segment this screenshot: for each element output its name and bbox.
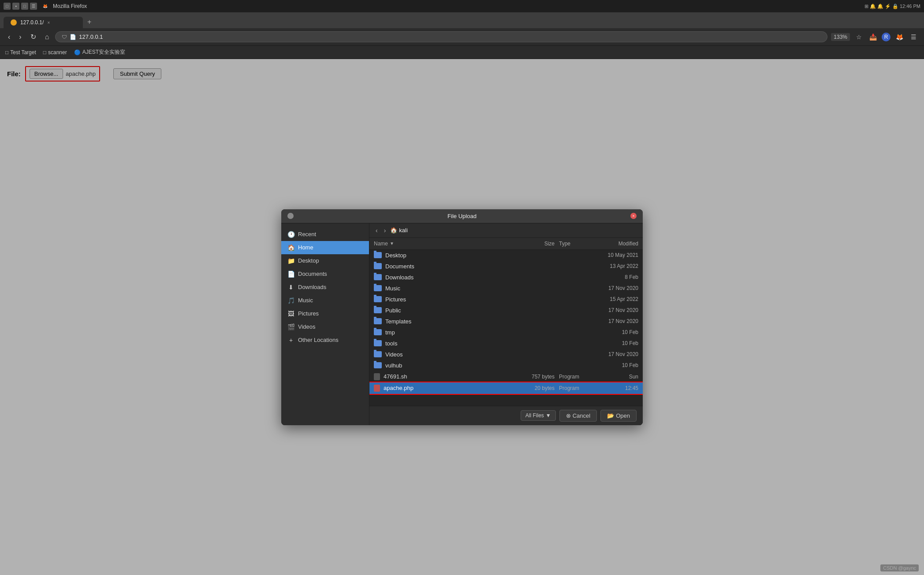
- filename-apache: apache.php: [384, 385, 515, 391]
- sidebar-label-other-locations: Other Locations: [298, 337, 339, 343]
- browser-title: Mozilla Firefox: [53, 3, 87, 9]
- dialog-close-button[interactable]: ×: [630, 213, 637, 219]
- size-47691: 757 bytes: [515, 374, 555, 380]
- browser-window: □ ▪ □ ☰ 🦊 Mozilla Firefox ⊞ 🔔 🔔 ⚡ 🔒 12:4…: [0, 0, 924, 575]
- bookmark-test-target[interactable]: □ Test Target: [5, 49, 36, 56]
- forward-button[interactable]: ›: [16, 31, 24, 43]
- modified-desktop: 10 May 2021: [590, 252, 638, 258]
- filename-vulhub: vulhub: [385, 362, 515, 369]
- menu-icon[interactable]: ☰: [908, 33, 919, 41]
- desktop-icon: 📁: [287, 257, 294, 264]
- extension-icon[interactable]: 🦊: [894, 33, 905, 41]
- all-files-label: All Files: [525, 412, 544, 419]
- file-row-tools[interactable]: tools 10 Feb: [369, 338, 643, 349]
- modified-tmp: 10 Feb: [590, 329, 638, 335]
- sidebar-item-downloads[interactable]: ⬇ Downloads: [281, 281, 369, 294]
- sh-file-icon: [374, 373, 380, 380]
- sidebar-item-recent[interactable]: 🕐 Recent: [281, 228, 369, 241]
- sidebar-item-home[interactable]: 🏠 Home: [281, 241, 369, 254]
- tab-bar: 127.0.0.1/ × +: [0, 12, 924, 28]
- modified-vulhub: 10 Feb: [590, 362, 638, 368]
- bookmark-ajest[interactable]: 🔵 AJEST安全实验室: [74, 48, 125, 56]
- path-forward-button[interactable]: ›: [382, 226, 388, 235]
- file-row-videos[interactable]: Videos 17 Nov 2020: [369, 349, 643, 360]
- sidebar-item-other-locations[interactable]: + Other Locations: [281, 334, 369, 347]
- dialog-footer: All Files ▼ ⊗ Cancel 📂 Open: [369, 406, 643, 425]
- sidebar-label-home: Home: [298, 244, 313, 251]
- path-back-button[interactable]: ‹: [374, 226, 380, 235]
- filename-downloads: Downloads: [385, 274, 515, 281]
- bookmarks-bar: □ Test Target □ scanner 🔵 AJEST安全实验室: [0, 46, 924, 59]
- path-breadcrumb: 🏠 kali: [390, 227, 408, 234]
- file-row-music[interactable]: Music 17 Nov 2020: [369, 283, 643, 294]
- dialog-title-bar: File Upload ×: [281, 209, 643, 223]
- file-row-downloads[interactable]: Downloads 8 Feb: [369, 272, 643, 283]
- bookmark-icon-3: 🔵: [74, 49, 81, 56]
- bookmark-icon-1: □: [5, 49, 8, 56]
- open-button[interactable]: 📂 Open: [600, 410, 637, 422]
- cancel-icon: ⊗: [566, 412, 571, 419]
- column-name[interactable]: Name ▼: [374, 241, 515, 247]
- open-icon: 📂: [607, 412, 614, 419]
- path-home-icon: 🏠: [390, 227, 397, 234]
- column-modified[interactable]: Modified: [590, 241, 638, 247]
- file-row-47691[interactable]: 47691.sh 757 bytes Program Sun: [369, 371, 643, 382]
- sidebar-label-pictures: Pictures: [298, 310, 319, 317]
- file-row-documents[interactable]: Documents 13 Apr 2022: [369, 261, 643, 272]
- modified-tools: 10 Feb: [590, 340, 638, 346]
- cancel-button[interactable]: ⊗ Cancel: [559, 410, 597, 422]
- modified-music: 17 Nov 2020: [590, 285, 638, 291]
- folder-icon-desktop: [374, 252, 382, 258]
- home-button[interactable]: ⌂: [42, 31, 52, 43]
- tab-close-button[interactable]: ×: [47, 20, 50, 25]
- address-bar[interactable]: 🛡 📄 127.0.0.1: [55, 31, 827, 42]
- php-file-icon: [374, 385, 380, 392]
- sidebar-item-desktop[interactable]: 📁 Desktop: [281, 254, 369, 267]
- file-list-header: Name ▼ Size Type Modified: [369, 238, 643, 250]
- column-size[interactable]: Size: [515, 241, 555, 247]
- modified-pictures: 15 Apr 2022: [590, 296, 638, 302]
- all-files-dropdown[interactable]: All Files ▼: [521, 410, 556, 421]
- sidebar-item-pictures[interactable]: 🖼 Pictures: [281, 307, 369, 320]
- file-row-public[interactable]: Public 17 Nov 2020: [369, 305, 643, 316]
- column-type[interactable]: Type: [555, 241, 590, 247]
- file-row-templates[interactable]: Templates 17 Nov 2020: [369, 316, 643, 327]
- dialog-minimize-button[interactable]: [287, 213, 294, 219]
- pocket-icon[interactable]: 📥: [868, 33, 878, 41]
- new-tab-button[interactable]: +: [83, 16, 96, 28]
- file-row-apache[interactable]: apache.php 20 bytes Program 12:45: [369, 382, 643, 394]
- star-icon[interactable]: ☆: [853, 33, 864, 41]
- file-list: Desktop 10 May 2021 Documents 13 Apr: [369, 250, 643, 406]
- dialog-main: ‹ › 🏠 kali Name ▼: [369, 223, 643, 425]
- sidebar-label-downloads: Downloads: [298, 284, 326, 290]
- active-tab[interactable]: 127.0.0.1/ ×: [4, 17, 83, 28]
- dropdown-arrow: ▼: [546, 412, 551, 419]
- bookmark-label-3: AJEST安全实验室: [82, 48, 125, 56]
- folder-icon-documents: [374, 263, 382, 269]
- reload-button[interactable]: ↻: [28, 31, 39, 43]
- modified-47691: Sun: [590, 374, 638, 380]
- file-row-vulhub[interactable]: vulhub 10 Feb: [369, 360, 643, 371]
- sidebar-item-videos[interactable]: 🎬 Videos: [281, 320, 369, 334]
- back-button[interactable]: ‹: [5, 31, 13, 43]
- bookmark-label-2: scanner: [48, 49, 67, 56]
- folder-icon-music: [374, 285, 382, 291]
- file-row-desktop[interactable]: Desktop 10 May 2021: [369, 250, 643, 261]
- open-label: Open: [616, 412, 630, 419]
- url-text[interactable]: 127.0.0.1: [79, 33, 821, 40]
- copyright: CSDN @gaync: [880, 564, 919, 571]
- profile-icon[interactable]: R: [882, 33, 890, 41]
- modified-downloads: 8 Feb: [590, 274, 638, 280]
- bookmark-scanner[interactable]: □ scanner: [43, 49, 67, 56]
- window-icon-1: □: [4, 3, 11, 10]
- file-row-tmp[interactable]: tmp 10 Feb: [369, 327, 643, 338]
- filename-pictures: Pictures: [385, 296, 515, 303]
- file-row-pictures[interactable]: Pictures 15 Apr 2022: [369, 294, 643, 305]
- window-controls: □ ▪ □ ☰: [4, 3, 37, 10]
- dialog-body: 🕐 Recent 🏠 Home 📁 Desktop 📄: [281, 223, 643, 425]
- clock: 12:46 PM: [900, 4, 920, 9]
- modified-videos: 17 Nov 2020: [590, 351, 638, 357]
- sidebar-item-music[interactable]: 🎵 Music: [281, 294, 369, 307]
- sidebar-item-documents[interactable]: 📄 Documents: [281, 267, 369, 281]
- sidebar-label-desktop: Desktop: [298, 257, 319, 264]
